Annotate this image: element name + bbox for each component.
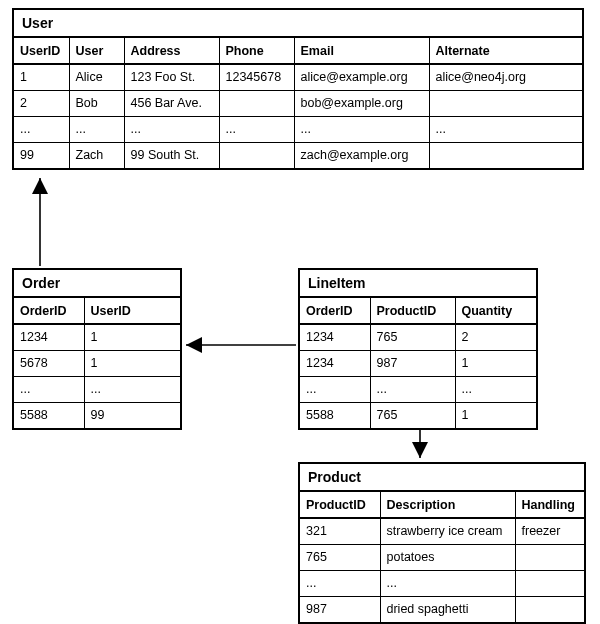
cell <box>515 570 584 596</box>
table-header-row: OrderID UserID <box>14 298 180 324</box>
entity-order-table: OrderID UserID 12341 56781 ...... 558899 <box>14 298 180 428</box>
table-row: 12347652 <box>300 324 536 350</box>
table-row: 987dried spaghetti <box>300 596 584 622</box>
cell: 99 <box>14 142 69 168</box>
cell: ... <box>300 376 370 402</box>
cell: ... <box>69 116 124 142</box>
cell: Bob <box>69 90 124 116</box>
col-header: ProductID <box>300 492 380 518</box>
col-header: UserID <box>84 298 180 324</box>
cell: strawberry ice cream <box>380 518 515 544</box>
cell: ... <box>219 116 294 142</box>
cell: zach@example.org <box>294 142 429 168</box>
cell: bob@example.org <box>294 90 429 116</box>
table-row: 321strawberry ice creamfreezer <box>300 518 584 544</box>
entity-order: Order OrderID UserID 12341 56781 ...... … <box>12 268 182 430</box>
cell: 12345678 <box>219 64 294 90</box>
table-header-row: OrderID ProductID Quantity <box>300 298 536 324</box>
col-header: Alternate <box>429 38 582 64</box>
cell: 1 <box>455 402 536 428</box>
table-row: 558899 <box>14 402 180 428</box>
cell <box>515 596 584 622</box>
cell: 2 <box>14 90 69 116</box>
cell <box>219 142 294 168</box>
cell: 1 <box>84 350 180 376</box>
cell: ... <box>380 570 515 596</box>
cell: 1 <box>455 350 536 376</box>
cell: ... <box>14 376 84 402</box>
col-header: Handling <box>515 492 584 518</box>
table-row: 2Bob456 Bar Ave.bob@example.org <box>14 90 582 116</box>
col-header: Phone <box>219 38 294 64</box>
cell: freezer <box>515 518 584 544</box>
table-row: ......... <box>300 376 536 402</box>
cell: 1 <box>84 324 180 350</box>
entity-lineitem-table: OrderID ProductID Quantity 12347652 1234… <box>300 298 536 428</box>
cell: 99 South St. <box>124 142 219 168</box>
entity-product: Product ProductID Description Handling 3… <box>298 462 586 624</box>
table-row: ...... <box>14 376 180 402</box>
cell: ... <box>294 116 429 142</box>
cell: 2 <box>455 324 536 350</box>
cell: 123 Foo St. <box>124 64 219 90</box>
cell: alice@neo4j.org <box>429 64 582 90</box>
table-row: ...... <box>300 570 584 596</box>
cell: 5588 <box>14 402 84 428</box>
cell: 99 <box>84 402 180 428</box>
table-row: 55887651 <box>300 402 536 428</box>
cell: ... <box>14 116 69 142</box>
col-header: ProductID <box>370 298 455 324</box>
col-header: Quantity <box>455 298 536 324</box>
entity-user-table: UserID User Address Phone Email Alternat… <box>14 38 582 168</box>
col-header: OrderID <box>14 298 84 324</box>
cell: 987 <box>370 350 455 376</box>
cell: 5678 <box>14 350 84 376</box>
table-row: 99Zach99 South St.zach@example.org <box>14 142 582 168</box>
cell: 1234 <box>300 350 370 376</box>
cell: 1234 <box>300 324 370 350</box>
table-header-row: UserID User Address Phone Email Alternat… <box>14 38 582 64</box>
cell: ... <box>429 116 582 142</box>
cell <box>515 544 584 570</box>
cell: dried spaghetti <box>380 596 515 622</box>
col-header: User <box>69 38 124 64</box>
cell <box>429 90 582 116</box>
cell: 1234 <box>14 324 84 350</box>
cell: Alice <box>69 64 124 90</box>
cell: 1 <box>14 64 69 90</box>
table-header-row: ProductID Description Handling <box>300 492 584 518</box>
cell: 5588 <box>300 402 370 428</box>
entity-lineitem: LineItem OrderID ProductID Quantity 1234… <box>298 268 538 430</box>
cell: ... <box>84 376 180 402</box>
cell: potatoes <box>380 544 515 570</box>
col-header: Email <box>294 38 429 64</box>
entity-user: User UserID User Address Phone Email Alt… <box>12 8 584 170</box>
entity-lineitem-title: LineItem <box>300 270 536 298</box>
table-row: 12341 <box>14 324 180 350</box>
cell <box>219 90 294 116</box>
cell: ... <box>124 116 219 142</box>
entity-product-title: Product <box>300 464 584 492</box>
cell: 321 <box>300 518 380 544</box>
cell <box>429 142 582 168</box>
table-row: .................. <box>14 116 582 142</box>
col-header: UserID <box>14 38 69 64</box>
cell: ... <box>455 376 536 402</box>
cell: 765 <box>300 544 380 570</box>
cell: alice@example.org <box>294 64 429 90</box>
table-row: 56781 <box>14 350 180 376</box>
cell: ... <box>300 570 380 596</box>
col-header: Description <box>380 492 515 518</box>
cell: 765 <box>370 324 455 350</box>
cell: 456 Bar Ave. <box>124 90 219 116</box>
cell: Zach <box>69 142 124 168</box>
entity-order-title: Order <box>14 270 180 298</box>
table-row: 12349871 <box>300 350 536 376</box>
col-header: OrderID <box>300 298 370 324</box>
table-row: 765potatoes <box>300 544 584 570</box>
entity-product-table: ProductID Description Handling 321strawb… <box>300 492 584 622</box>
cell: ... <box>370 376 455 402</box>
col-header: Address <box>124 38 219 64</box>
cell: 987 <box>300 596 380 622</box>
entity-user-title: User <box>14 10 582 38</box>
